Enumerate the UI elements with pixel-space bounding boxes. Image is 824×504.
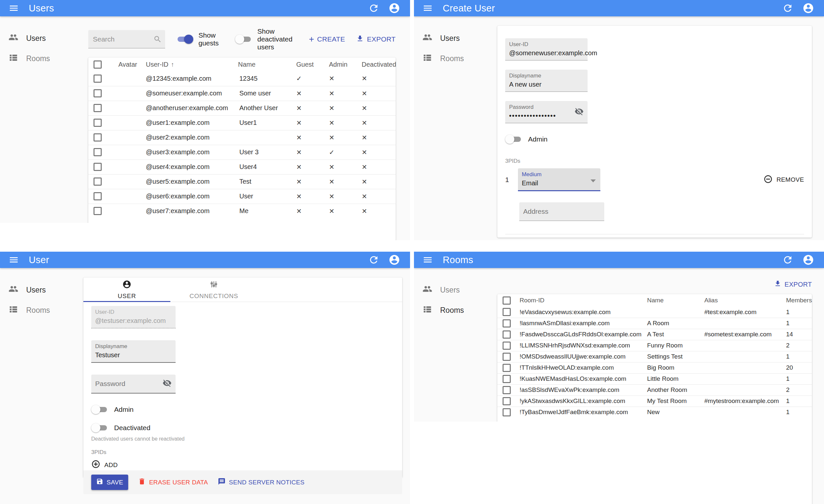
deactivated-toggle[interactable]: [91, 423, 108, 433]
row-checkbox[interactable]: [94, 163, 102, 171]
table-row[interactable]: !lasmnwASmDllasi:example.comA Room1: [497, 318, 812, 329]
menu-icon[interactable]: [422, 255, 433, 265]
col-user-id[interactable]: User-ID↑: [140, 57, 234, 71]
select-all-checkbox[interactable]: [503, 296, 511, 304]
pagination-page[interactable]: 25: [0, 223, 352, 240]
row-checkbox[interactable]: [94, 75, 102, 83]
row-checkbox[interactable]: [503, 375, 511, 383]
table-row[interactable]: !TyBasDmweIJdfFaeBmk:example.comNew1: [497, 407, 812, 418]
menu-icon[interactable]: [8, 255, 19, 265]
table-row[interactable]: !FasdweDssccaGLdsFRddsOl:example.comA Te…: [497, 329, 812, 340]
refresh-icon[interactable]: [782, 3, 793, 14]
user-id-cell: @user2:example.com: [140, 130, 234, 145]
avatar-cell: [107, 159, 140, 174]
menu-icon[interactable]: [422, 3, 433, 13]
remove-button[interactable]: REMOVE: [763, 174, 804, 185]
account-icon[interactable]: [802, 2, 814, 14]
row-checkbox[interactable]: [503, 319, 511, 328]
refresh-icon[interactable]: [368, 3, 379, 14]
row-checkbox[interactable]: [94, 177, 102, 185]
row-checkbox[interactable]: [503, 331, 511, 339]
table-row[interactable]: @user7:example.comMe✕✕✕: [88, 204, 396, 218]
sidebar-item-users[interactable]: Users: [0, 280, 83, 300]
row-checkbox[interactable]: [94, 192, 102, 200]
password-field[interactable]: Password: [91, 375, 176, 393]
save-button[interactable]: SAVE: [91, 475, 128, 490]
user-id-field: User-ID @testuser:example.com: [91, 306, 176, 329]
table-row[interactable]: @12345:example.com12345✓✕✕: [88, 71, 396, 86]
name-cell: Me: [234, 204, 292, 218]
export-button[interactable]: EXPORT: [774, 280, 812, 289]
refresh-icon[interactable]: [782, 254, 793, 265]
sidebar-item-rooms[interactable]: Rooms: [0, 300, 83, 320]
row-checkbox[interactable]: [94, 119, 102, 127]
visibility-off-icon[interactable]: [163, 378, 172, 389]
trash-icon: [138, 478, 146, 487]
tab-user[interactable]: USER: [83, 277, 170, 302]
medium-select[interactable]: Medium Email: [518, 168, 600, 191]
col-room-id[interactable]: Room-ID: [516, 294, 643, 306]
sidebar: Users Rooms: [0, 16, 88, 240]
show-deactivated-toggle[interactable]: [235, 34, 252, 44]
sidebar-item-rooms[interactable]: Rooms: [414, 300, 497, 320]
row-checkbox[interactable]: [94, 148, 102, 156]
refresh-icon[interactable]: [368, 254, 379, 265]
sidebar-item-users[interactable]: Users: [414, 280, 497, 300]
admin-toggle[interactable]: [91, 405, 108, 414]
row-checkbox[interactable]: [94, 104, 102, 112]
show-guests-toggle[interactable]: [176, 34, 193, 44]
add-button[interactable]: ADD: [91, 460, 394, 470]
visibility-off-icon[interactable]: [575, 107, 584, 117]
row-checkbox[interactable]: [503, 397, 511, 405]
address-input[interactable]: [523, 208, 600, 215]
displayname-field[interactable]: Displayname A new user: [505, 70, 588, 92]
password-field[interactable]: Password ••••••••••••••••: [505, 101, 588, 123]
rooms-table: Room-ID Name Alias Members !eVasdacvxyse…: [497, 294, 812, 418]
sidebar-item-rooms[interactable]: Rooms: [414, 48, 497, 69]
row-checkbox[interactable]: [94, 207, 102, 215]
sidebar-item-users[interactable]: Users: [0, 28, 88, 48]
displayname-label: Displayname: [95, 343, 172, 350]
row-checkbox[interactable]: [503, 308, 511, 316]
table-row[interactable]: !TTnlslkHHweOLAD:example.comBig Room20: [497, 362, 812, 373]
deactivated-mark: ✕: [358, 204, 396, 218]
table-row[interactable]: !LLIMSSNHrhRjsdWNXsd:example.comFunny Ro…: [497, 340, 812, 351]
pagination-page[interactable]: 9: [414, 422, 769, 504]
send-server-notices-button[interactable]: SEND SERVER NOTICES: [218, 478, 304, 487]
row-checkbox[interactable]: [503, 386, 511, 394]
erase-user-data-button[interactable]: ERASE USER DATA: [138, 478, 208, 487]
row-checkbox[interactable]: [503, 364, 511, 372]
table-row[interactable]: @user4:example.comUser4✕✕✕: [88, 159, 396, 174]
row-checkbox[interactable]: [94, 89, 102, 97]
table-row[interactable]: @user3:example.comUser 3✕✓✕: [88, 145, 396, 159]
displayname-field[interactable]: Displayname Testuser: [91, 340, 176, 363]
row-checkbox[interactable]: [503, 408, 511, 416]
account-icon[interactable]: [802, 254, 814, 266]
user-id-field[interactable]: User-ID @somenewuser:example.com: [505, 38, 588, 60]
table-row[interactable]: @anotheruser:example.comAnother User✕✕✕: [88, 101, 396, 115]
account-icon[interactable]: [389, 254, 400, 266]
table-row[interactable]: @someuser:example.comSome user✕✕✕: [88, 86, 396, 101]
select-all-checkbox[interactable]: [94, 60, 102, 69]
table-row[interactable]: @user6:example.comUser✕✕✕: [88, 189, 396, 204]
table-row[interactable]: @user5:example.comTest✕✕✕: [88, 174, 396, 189]
table-row[interactable]: !KuasNWEMasdHasLOs:example.comLittle Roo…: [497, 373, 812, 384]
sidebar-item-rooms[interactable]: Rooms: [0, 48, 88, 69]
table-row[interactable]: @user2:example.com✕✕✕: [88, 130, 396, 145]
admin-toggle[interactable]: [505, 134, 522, 144]
row-checkbox[interactable]: [503, 342, 511, 350]
table-row[interactable]: @user1:example.comUser1✕✕✕: [88, 115, 396, 130]
table-row[interactable]: !ykAStwxasdwsKkxGILL:example.comMy Test …: [497, 395, 812, 407]
account-icon[interactable]: [389, 2, 400, 14]
col-guest: Guest: [292, 57, 325, 71]
row-checkbox[interactable]: [503, 353, 511, 361]
tab-connections[interactable]: CONNECTIONS: [170, 277, 258, 302]
export-button[interactable]: EXPORT: [356, 35, 396, 44]
row-checkbox[interactable]: [94, 133, 102, 141]
table-row[interactable]: !eVasdacvxysewus:example.com#test:exampl…: [497, 306, 812, 318]
sidebar-item-users[interactable]: Users: [414, 28, 497, 48]
table-row[interactable]: !OMSDsdweassIlUUjjwe:example.comSettings…: [497, 351, 812, 362]
create-button[interactable]: + CREATE: [309, 35, 345, 43]
menu-icon[interactable]: [8, 3, 19, 13]
table-row[interactable]: !asSBSlsdWEvaXwPk:example.comAnother Roo…: [497, 384, 812, 395]
